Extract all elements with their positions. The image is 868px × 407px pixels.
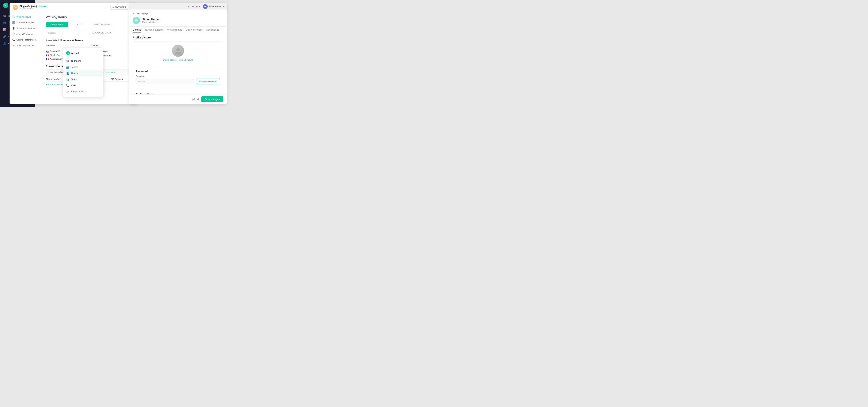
- profile-picture-box: Delete picture Upload picture: [133, 41, 223, 64]
- dropdown-item-users[interactable]: 👤 Users: [63, 70, 103, 76]
- right-panel-user[interactable]: SK Simon Kestler ▾: [203, 4, 224, 9]
- sk-avatar: SK: [203, 4, 208, 9]
- tab-available[interactable]: AVAILABLE: [46, 22, 68, 27]
- clock-icon: 🕐: [12, 15, 15, 18]
- profile-initials: SK: [134, 19, 138, 22]
- timezone-row[interactable]: timezone (UTC+00:00) UTC ▾: [46, 30, 113, 35]
- password-section-title: Password: [136, 70, 220, 73]
- flag-icon: 🇺🇸: [46, 50, 49, 52]
- numbers-icon: ☎: [66, 60, 69, 63]
- avatar: BG: [12, 5, 18, 10]
- back-link[interactable]: ← Back to page: [129, 10, 227, 16]
- chevron-down-icon: ▾: [223, 5, 224, 8]
- tab-auto[interactable]: AUTO: [68, 22, 90, 27]
- calls-stats-icon: 📊: [3, 28, 6, 31]
- chevron-down-icon: ▾: [199, 5, 200, 8]
- tab-notifications[interactable]: Notifications: [206, 27, 219, 33]
- user-badge: EST. APP: [38, 5, 48, 7]
- app-logo-icon: A: [3, 3, 8, 8]
- password-input[interactable]: [136, 78, 194, 84]
- timezone-label: timezone: [48, 32, 57, 34]
- dropdown-menu: A aircall ☎ Numbers 👥 Teams 👤 Users 📊 St…: [63, 48, 103, 97]
- tab-working-hours[interactable]: Working hours: [167, 27, 182, 33]
- undo-all-button[interactable]: Undo all: [190, 98, 199, 101]
- subnav-numbers-teams[interactable]: 🔢 Numbers & Teams: [9, 20, 42, 26]
- password-row: Change password: [136, 78, 220, 84]
- dropdown-item-numbers[interactable]: ☎ Numbers: [63, 58, 103, 64]
- admin-icon: 🛡: [12, 33, 15, 35]
- sub-nav: 🕐 Working Hours 🔢 Numbers & Teams 📱 Forw…: [9, 12, 42, 104]
- profile-info: Simon Kettler Page Sub title: [142, 18, 160, 23]
- timezone-value: (UTC+00:00) UTC ▾: [92, 32, 111, 34]
- stats-icon: 📊: [66, 78, 69, 81]
- profile-name: Simon Kettler: [142, 18, 160, 21]
- users-icon: 👤: [66, 72, 69, 75]
- profile-settings-title: Profile settings: [136, 93, 220, 94]
- user-name-block: Binglu Gu (You) EST. APP binglu@aircall.…: [20, 5, 48, 10]
- flag-icon: 🇫🇷: [46, 58, 49, 60]
- flag-icon: 🇫🇷: [46, 54, 49, 56]
- dropdown-item-stats[interactable]: 📊 Stats: [63, 76, 103, 83]
- delete-picture-button[interactable]: Delete picture: [163, 59, 177, 61]
- tab-general[interactable]: General: [133, 27, 141, 33]
- right-panel-content: ← Back to page SK Simon Kettler Page Sub…: [129, 10, 227, 94]
- numbers-teams-icon: 🔢: [12, 21, 15, 24]
- arrow-left-icon: ←: [133, 12, 135, 14]
- profile-avatar: SK: [133, 17, 140, 24]
- user-name-main: Binglu Gu (You) EST. APP: [20, 5, 48, 8]
- password-section: Password Password Change password: [133, 67, 223, 87]
- profile-subtitle: Page Sub title: [142, 21, 160, 23]
- edit-icon: ✏: [113, 6, 114, 9]
- email-icon: ✉: [12, 44, 15, 47]
- team-icon: 👥: [3, 21, 6, 24]
- calls-icon: 📞: [66, 84, 69, 87]
- subnav-calling-preferences[interactable]: 📞 Calling Preferences: [9, 37, 42, 43]
- profile-photo-svg: [174, 47, 182, 55]
- save-changes-button[interactable]: Save changes: [201, 96, 223, 102]
- subnav-working-hours[interactable]: 🕐 Working Hours: [9, 14, 42, 20]
- right-panel: Contact us ▾ SK Simon Kestler ▾ ← Back t…: [129, 3, 227, 104]
- integrations-icon: ⚙: [66, 90, 69, 93]
- subnav-admin-privileges[interactable]: 🛡 Admin Privileges: [9, 31, 42, 37]
- change-password-button[interactable]: Change password: [196, 78, 220, 84]
- numbers-teams-title: Associated Numbers & Teams: [46, 39, 134, 42]
- calling-icon: 📞: [12, 38, 15, 41]
- right-panel-bottom: Undo all Save changes: [129, 94, 227, 104]
- profile-settings-section: Profile settings: [133, 90, 223, 94]
- teams-icon: 👥: [66, 66, 69, 69]
- integrations-icon: 🔗: [3, 35, 6, 38]
- contact-us-button[interactable]: Contact us ▾: [188, 5, 200, 8]
- subnav-email-notifications[interactable]: ✉ Email Notifications: [9, 43, 42, 49]
- right-panel-top-bar: Contact us ▾ SK Simon Kestler ▾: [129, 3, 227, 10]
- tab-do-not-disturb[interactable]: DO NOT DISTURB: [90, 22, 113, 27]
- numbers-icon: ☎: [3, 14, 6, 17]
- profile-body: Profile picture Delete picture Upload pi…: [129, 33, 227, 94]
- forward-icon: 📱: [12, 27, 15, 30]
- user-info: BG Binglu Gu (You) EST. APP binglu@airca…: [12, 5, 48, 10]
- page-title: Working Hours: [46, 15, 134, 19]
- svg-point-0: [176, 48, 180, 52]
- dropdown-logo: A aircall: [63, 50, 103, 57]
- profile-img-actions: Delete picture Upload picture: [163, 59, 193, 61]
- tab-numbers-teams[interactable]: Numbers & teams: [145, 27, 163, 33]
- numbers-header: Numbers: [46, 44, 88, 48]
- learn-more-link[interactable]: Learn more.: [104, 71, 116, 73]
- tab-call-preferences[interactable]: Call preferences: [186, 27, 203, 33]
- password-label: Password: [136, 75, 220, 77]
- user-email: binglu@aircall.io: [20, 8, 48, 10]
- subnav-forward-devices[interactable]: 📱 Forward to devices: [9, 26, 42, 31]
- dropdown-item-calls[interactable]: 📞 Calls: [63, 83, 103, 89]
- dropdown-item-teams[interactable]: 👥 Teams: [63, 64, 103, 70]
- edit-user-button[interactable]: ✏ EDIT USER: [110, 5, 128, 9]
- main-header: BG Binglu Gu (You) EST. APP binglu@airca…: [9, 3, 138, 12]
- profile-tabs: General Numbers & teams Working hours Ca…: [129, 27, 227, 33]
- svg-point-1: [175, 52, 181, 55]
- teams-header: Teams: [91, 44, 134, 48]
- upload-picture-button[interactable]: Upload picture: [179, 59, 193, 61]
- dropdown-logo-icon: A: [66, 51, 70, 55]
- profile-image: [172, 44, 184, 57]
- status-tabs: AVAILABLE AUTO DO NOT DISTURB: [46, 22, 113, 27]
- profile-header: SK Simon Kettler Page Sub title: [129, 16, 227, 27]
- dropdown-item-integrations[interactable]: ⚙ Integrations: [63, 89, 103, 95]
- profile-picture-title: Profile picture: [133, 36, 223, 39]
